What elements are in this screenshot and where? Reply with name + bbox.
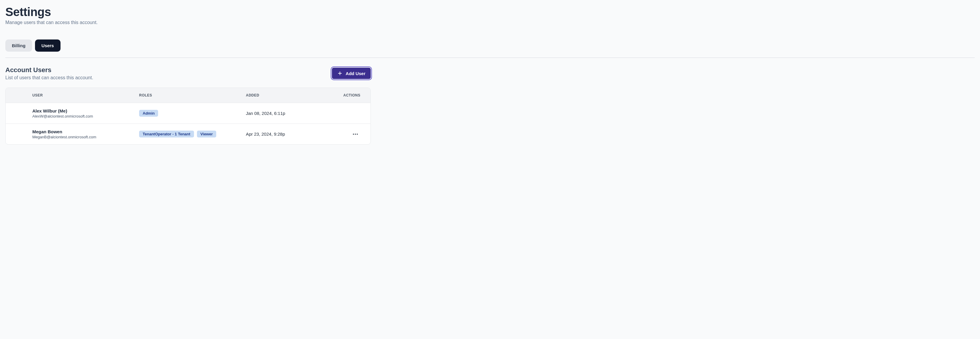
table-row: Alex Wilbur (Me) AlexW@alciontest.onmicr… — [6, 103, 371, 123]
role-badge: Admin — [139, 110, 158, 117]
column-header-actions: ACTIONS — [329, 93, 371, 98]
column-header-user: USER — [32, 93, 139, 98]
section-subtitle: List of users that can access this accou… — [5, 75, 93, 80]
tab-billing[interactable]: Billing — [5, 40, 32, 52]
svg-point-2 — [353, 134, 354, 135]
add-user-button[interactable]: Add User — [332, 68, 371, 79]
user-email: MeganB@alciontest.onmicrosoft.com — [32, 135, 139, 139]
plus-icon — [337, 70, 343, 76]
add-user-label: Add User — [345, 71, 366, 76]
section-title: Account Users — [5, 66, 93, 74]
added-date: Apr 23, 2024, 9:28p — [246, 131, 329, 136]
tabs: Billing Users — [5, 40, 975, 58]
more-horizontal-icon — [352, 131, 359, 138]
column-header-roles: ROLES — [139, 93, 246, 98]
column-header-added: ADDED — [246, 93, 329, 98]
user-email: AlexW@alciontest.onmicrosoft.com — [32, 114, 139, 118]
page-subtitle: Manage users that can access this accoun… — [5, 20, 975, 25]
tab-users[interactable]: Users — [35, 40, 60, 52]
svg-point-4 — [357, 134, 358, 135]
user-name: Megan Bowen — [32, 129, 139, 134]
svg-point-3 — [355, 134, 356, 135]
role-badge: Viewer — [197, 131, 216, 138]
user-name: Alex Wilbur (Me) — [32, 108, 139, 114]
users-table: USER ROLES ADDED ACTIONS Alex Wilbur (Me… — [5, 88, 371, 145]
row-actions-button[interactable] — [350, 129, 360, 139]
table-header: USER ROLES ADDED ACTIONS — [6, 88, 371, 103]
role-badge: TenantOperator - 1 Tenant — [139, 131, 194, 138]
page-title: Settings — [5, 5, 975, 19]
added-date: Jan 08, 2024, 6:11p — [246, 111, 329, 116]
table-row: Megan Bowen MeganB@alciontest.onmicrosof… — [6, 123, 371, 144]
